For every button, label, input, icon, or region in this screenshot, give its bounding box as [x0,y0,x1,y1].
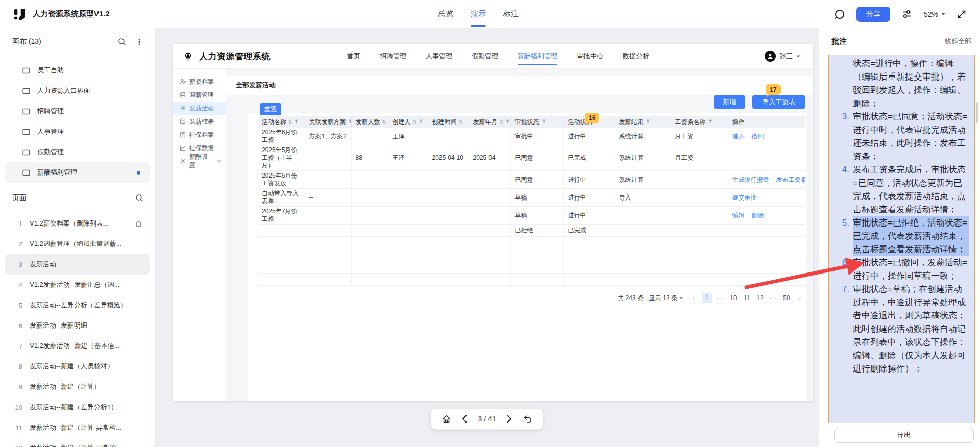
annotation-item[interactable]: 6. 审批状态=已撤回，发薪活动=进行中，操作同草稿一致； [836,256,969,283]
annotation-item-highlighted[interactable]: 5. 审批状态=已拒绝，活动状态=已完成，代表发薪活动结束，点击标题查看发薪活动… [836,216,969,256]
comment-bubble-icon[interactable] [834,9,845,20]
action-link[interactable]: 编辑 [732,212,745,219]
col-pay-month[interactable]: 发薪年月 [469,116,510,128]
action-link[interactable]: 发布工资条 [776,176,805,184]
col-headcount[interactable]: 发薪人数 [351,116,388,128]
page-button-10[interactable]: 10 [728,293,739,303]
page-button-11[interactable]: 11 [742,293,752,303]
next-page-button[interactable]: › [795,293,805,303]
menu-compensation-settings[interactable]: 薪酬设置 [173,155,226,168]
col-payroll-result[interactable]: 发薪结果 [615,116,671,128]
add-button[interactable]: 新增 [714,95,745,109]
action-link[interactable]: 撤回 [752,133,764,140]
annotation-item[interactable]: 3. 审批状态=已同意；活动状态=进行中时，代表审批完成活动还未结束，此时操作：… [836,110,969,163]
filter-icon[interactable] [419,119,423,124]
page-item[interactable]: 12 发薪活动--新建（计算-异常检... [5,438,150,447]
filter-icon[interactable] [505,119,510,124]
tab-annotate[interactable]: 标注 [503,0,519,28]
sort-icon[interactable] [413,118,417,126]
tab-overview[interactable]: 总览 [438,0,453,28]
page-item[interactable]: 2 V1.2调薪管理（增加批量调薪... [5,234,150,254]
page-item[interactable]: 5 发薪活动--差异分析（差异概览） [5,295,150,315]
canvas-item[interactable]: 招聘管理 [5,101,150,121]
page-item-selected[interactable]: 3 发薪活动 [5,254,150,275]
canvas-item[interactable]: 员工自助 [5,60,150,81]
prev-screen-button[interactable] [461,414,468,424]
action-link[interactable]: 删除 [752,212,764,219]
search-icon[interactable] [135,194,143,202]
filter-icon[interactable] [708,119,713,124]
annotation-item[interactable]: 状态=进行中，操作：编辑（编辑后重新提交审批），若驳回到发起人，操作：编辑、删除… [836,57,969,110]
sort-icon[interactable] [382,118,386,126]
page-item[interactable]: 1 V1.2薪资档案（删除列表... [5,213,150,234]
canvas-item[interactable]: 人事管理 [5,121,150,142]
canvas-item[interactable]: 假勤管理 [5,142,150,162]
import-payroll-button[interactable]: 导入工资表 [752,95,805,109]
home-button[interactable] [442,414,451,424]
collapse-all-link[interactable]: 收起全部 [945,37,971,46]
page-item[interactable]: 6 发薪活动--发薪明细 [5,315,150,336]
user-menu[interactable]: 张三 [765,51,800,62]
sort-icon[interactable] [500,118,504,126]
page-size-select[interactable]: 显示 12 条 [649,294,683,303]
approval-status-link[interactable]: 审批中 [510,128,564,145]
search-icon[interactable] [118,38,126,46]
nav-personnel[interactable]: 人事管理 [426,44,452,69]
filter-icon[interactable] [542,119,546,124]
restart-undo-button[interactable] [523,414,532,424]
action-link[interactable]: 提交审批 [732,194,757,202]
sort-icon[interactable] [288,118,292,126]
nav-attendance[interactable]: 假勤管理 [472,44,498,69]
nav-recruit[interactable]: 招聘管理 [380,44,406,69]
fullscreen-icon[interactable] [957,9,967,19]
col-activity-name[interactable]: 活动名称 [258,116,305,128]
canvas-item[interactable]: 人力资源入口界面 [5,81,150,101]
filter-icon[interactable] [348,119,352,124]
menu-salary-archive[interactable]: 薪资档案 [173,75,226,88]
annotation-item[interactable]: 4. 发布工资条完成后，审批状态=已同意，活动状态更新为已完成，代表发薪活动结束… [836,163,969,216]
activity-name-link[interactable]: 2025年5月份工资发放 [258,171,305,189]
pager-ellipsis[interactable]: ··· [715,293,725,303]
settings-sliders-icon[interactable] [901,9,913,20]
page-item[interactable]: 4 V1.2发薪活动--发薪汇总（调... [5,275,150,295]
nav-analytics[interactable]: 数据分析 [623,44,649,69]
comment-marker-16[interactable]: 16 [585,113,599,123]
scrollbar-thumb[interactable] [976,102,978,123]
reset-button[interactable]: 重置 [260,103,281,115]
approval-status-link[interactable]: 草稿 [510,207,564,225]
action-link[interactable]: 催办 [732,133,745,140]
export-button[interactable]: 导出 [834,428,974,443]
activity-name-link[interactable]: 自动带入导入表单 [258,189,305,207]
page-button-1[interactable]: 1 [702,293,712,303]
approval-status-link[interactable]: 已同意 [510,145,564,171]
approval-status-link[interactable]: 已同意 [510,171,564,189]
activity-name-link[interactable]: 2025年5月份工资（上半月） [258,145,305,171]
nav-compensation[interactable]: 薪酬福利管理 [518,44,557,69]
col-approval-status[interactable]: 审批状态 [510,116,564,128]
col-payslip-name[interactable]: 工资条名称 [671,116,728,128]
nav-home[interactable]: 首页 [347,44,360,69]
annotation-item[interactable]: 7. 审批状态=草稿；在创建活动过程中，中途进行异常处理或者中途退出，则为草稿状… [836,283,969,376]
col-creator[interactable]: 创建人 [388,116,428,128]
page-item[interactable]: 10 发薪活动--新建（差异分析1） [5,397,150,417]
next-screen-button[interactable] [506,414,512,424]
menu-payroll-result[interactable]: 发薪结果 [173,115,226,128]
page-item[interactable]: 9 发薪活动--新建（计算） [5,377,150,397]
col-plan[interactable]: 关联发薪方案 [305,116,351,128]
action-link[interactable]: 生成银行报盘 [732,176,769,184]
canvas-item-selected[interactable]: 薪酬福利管理 [5,162,150,183]
zoom-level-control[interactable]: 52% [924,10,945,18]
page-item[interactable]: 7 V1.2发薪活动--新建（基本信... [5,336,150,356]
pager-ellipsis[interactable]: ··· [768,293,778,303]
tab-present[interactable]: 演示 [471,0,486,28]
approval-status-link[interactable]: 草稿 [510,189,564,207]
filter-icon[interactable] [294,119,299,124]
col-create-time[interactable]: 创建时间 [428,116,469,128]
activity-name-link[interactable]: 2025年6月份工资 [258,128,305,145]
menu-salary-adjust[interactable]: 调薪管理 [173,88,226,102]
prev-page-button[interactable]: ‹ [689,293,699,303]
page-item[interactable]: 11 发薪活动--新建（计算-异常检... [5,417,150,438]
comment-marker-17[interactable]: 17 [766,84,781,95]
share-button[interactable]: 分享 [856,7,890,22]
menu-social-archive[interactable]: 社保档案 [173,128,226,141]
